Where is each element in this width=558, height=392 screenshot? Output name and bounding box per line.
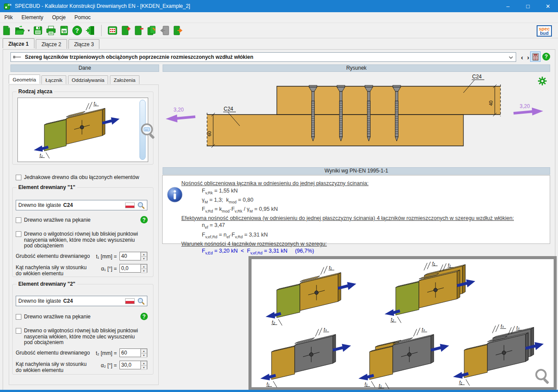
menu-item-elementy[interactable]: Elementy <box>17 12 48 23</box>
previous-element-icon <box>160 25 170 36</box>
poland-flag-icon <box>125 203 135 208</box>
open-file-dropdown[interactable]: ▼ <box>26 29 31 33</box>
result-line: Fv,ef,Rd = nef·Fv,Rd = 3,31 kN <box>202 231 550 240</box>
data-tab-strip: Geometria Łącznik Oddziaływania Założeni… <box>9 75 139 85</box>
svg-text:tₛ: tₛ <box>500 323 504 328</box>
element2-crack-label: Drewno wrażliwe na pękanie <box>24 314 91 320</box>
menu-item-plik[interactable]: Plik <box>0 12 17 23</box>
svg-text:tₛ: tₛ <box>323 327 327 332</box>
joint-zoom-button[interactable]: ... <box>140 123 157 140</box>
svg-text:t₁: t₁ <box>266 382 269 387</box>
element2-crack-checkbox[interactable] <box>16 314 21 320</box>
element1-moisture-label: Drewno o wilgotności równej lub bliskiej… <box>24 231 141 249</box>
element1-thickness-value[interactable]: 40 <box>120 252 140 260</box>
joint-type-preview[interactable]: t₁t₂ <box>17 98 148 162</box>
new-file-button[interactable] <box>0 24 13 37</box>
joint-gallery-item[interactable]: t₁t₂ <box>261 263 364 328</box>
menu-item-pomoc[interactable]: Pomoc <box>70 12 95 23</box>
gallery-magnifier-icon[interactable] <box>534 368 551 385</box>
element2-moisture-checkbox[interactable] <box>16 328 21 334</box>
svg-text:3,20: 3,20 <box>520 103 530 109</box>
element2-material-select[interactable]: Drewno lite iglaste C24 <box>16 296 147 306</box>
element1-angle-label: Kąt nachylenia siły w stosunku do włókie… <box>16 265 91 277</box>
drawing-settings-gear-icon[interactable] <box>538 77 547 85</box>
element2-title: Element drewniany "2" <box>17 281 77 287</box>
menu-bar: Plik Elementy Opcje Pomoc <box>0 12 558 23</box>
element1-angle-stepper[interactable]: ▲▼ <box>140 264 147 272</box>
tab-geometria[interactable]: Geometria <box>9 74 40 84</box>
calculator-toggle-button[interactable] <box>530 51 541 62</box>
element1-title: Element drewniany "1" <box>17 184 77 190</box>
lower-member <box>207 115 463 146</box>
joint-gallery-item[interactable]: tₛt₁t₁ <box>354 324 456 390</box>
element1-crack-label: Drewno wrażliwe na pękanie <box>24 217 91 223</box>
same-wood-checkbox[interactable] <box>16 175 21 180</box>
tab-zlacze-3[interactable]: Złącze 3 <box>68 39 99 49</box>
export-word-button[interactable]: W <box>58 24 71 37</box>
tab-zlacze-1[interactable]: Złącze 1 <box>3 38 34 48</box>
element2-angle-value[interactable]: 30,0 <box>120 361 140 369</box>
previous-connector-button[interactable]: ‹ <box>519 53 525 61</box>
element2-angle-stepper[interactable]: ▲▼ <box>140 361 147 369</box>
open-file-button[interactable] <box>13 24 26 37</box>
element1-thickness-stepper[interactable]: ▲▼ <box>140 252 147 260</box>
connector-help-icon[interactable]: ? <box>542 53 550 61</box>
next-element-button[interactable] <box>171 24 184 37</box>
print-button[interactable] <box>44 24 58 37</box>
element1-angle-value[interactable]: 0,0 <box>120 264 140 272</box>
calculators-icon <box>107 25 118 36</box>
joint-gallery-item[interactable]: t₁t₁t₂ <box>380 260 483 325</box>
exit-button[interactable] <box>84 24 97 37</box>
force-arrow-left: 3,20 <box>166 107 195 122</box>
element1-crack-help-icon[interactable]: ? <box>140 216 148 223</box>
copy-element-button[interactable] <box>145 24 158 37</box>
tab-zlacze-2[interactable]: Złącze 2 <box>36 39 67 49</box>
element2-thickness-stepper[interactable]: ▲▼ <box>140 349 147 357</box>
svg-text:C24: C24 <box>472 74 482 80</box>
help-button[interactable]: ? <box>71 24 84 37</box>
material-search-icon[interactable] <box>137 202 145 209</box>
result-line: nef = 3,47 <box>202 222 550 231</box>
toolbar-separator <box>101 25 102 36</box>
element-calculators-button[interactable] <box>106 24 119 37</box>
element1-crack-checkbox[interactable] <box>16 217 21 223</box>
element1-moisture-checkbox[interactable] <box>16 231 21 237</box>
title-bar: EN SPECBUD - Kalkulator Konstrukcji Drew… <box>0 0 558 12</box>
minimize-button[interactable]: – <box>498 0 518 12</box>
element2-thickness-value[interactable]: 60 <box>120 349 140 357</box>
close-button[interactable]: ✕ <box>538 0 558 12</box>
svg-text:W: W <box>62 29 66 34</box>
result-line: γM = 1,3; kmod = 0,80 <box>202 196 550 206</box>
remove-element-button[interactable] <box>132 24 145 37</box>
svg-text:40: 40 <box>488 101 493 106</box>
menu-item-opcje[interactable]: Opcje <box>48 12 70 23</box>
tab-zalozenia[interactable]: Założenia <box>110 75 140 84</box>
remove-element-icon <box>133 25 144 36</box>
element1-material-select[interactable]: Drewno lite iglaste C24 <box>16 200 147 210</box>
chevron-down-icon[interactable] <box>506 54 516 60</box>
joint-gallery-item[interactable]: tₛt₁ <box>256 324 358 390</box>
section-header-dane: Dane <box>10 64 159 72</box>
element2-thickness-input[interactable]: 60 ▲▼ <box>119 348 147 357</box>
element1-angle-input[interactable]: 0,0 ▲▼ <box>119 264 147 273</box>
tab-lacznik[interactable]: Łącznik <box>41 75 66 84</box>
next-element-icon <box>173 25 183 36</box>
maximize-button[interactable]: □ <box>518 0 538 12</box>
element1-thickness-input[interactable]: 40 ▲▼ <box>119 252 147 260</box>
specbud-logo: specbud <box>537 25 552 37</box>
element2-angle-input[interactable]: 30,0 ▲▼ <box>119 361 147 369</box>
connector-type-select[interactable]: Szereg łączników trzpieniowych obciążony… <box>10 52 516 62</box>
joint-type-title: Rodzaj złącza <box>17 88 54 95</box>
svg-text:C24: C24 <box>224 106 233 112</box>
element1-grade-text: C24 <box>63 202 73 208</box>
window-bottom-edge <box>0 390 558 392</box>
save-file-button[interactable] <box>31 24 44 37</box>
add-element-button[interactable] <box>119 24 132 37</box>
material-search-icon[interactable] <box>137 297 145 305</box>
element2-crack-help-icon[interactable]: ? <box>140 313 148 320</box>
result-line: Warunek nośności 4 łączników rozmieszczo… <box>181 240 550 248</box>
joint-gallery-panel: t₁t₂ t₁t₁t₂ tₛt₁ tₛt₁t₁ tₛtₛt₁ <box>248 256 557 390</box>
tab-oddzialywania[interactable]: Oddziaływania <box>68 75 109 84</box>
previous-element-button[interactable] <box>158 24 171 37</box>
svg-text:t₁: t₁ <box>364 382 367 387</box>
